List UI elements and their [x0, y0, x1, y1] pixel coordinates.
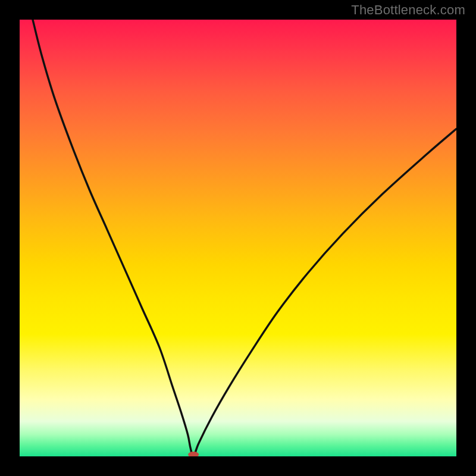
watermark-label: TheBottleneck.com: [351, 2, 465, 18]
bottleneck-curve: [33, 20, 456, 456]
chart-frame: TheBottleneck.com: [0, 0, 476, 476]
bottleneck-curve-svg: [20, 20, 456, 456]
minimum-marker: [188, 452, 199, 456]
plot-area: [20, 20, 456, 456]
